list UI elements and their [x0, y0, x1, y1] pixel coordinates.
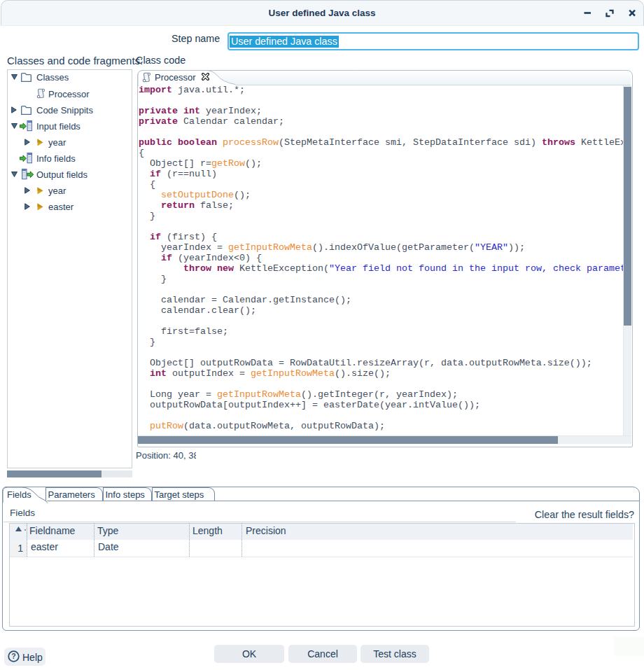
- svg-text:?: ?: [11, 652, 15, 660]
